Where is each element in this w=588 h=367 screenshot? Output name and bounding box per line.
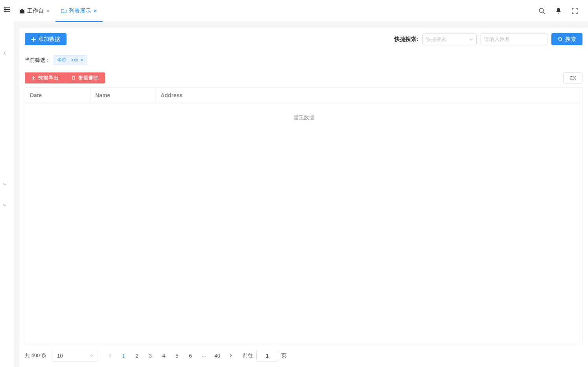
table-empty-state: 暂无数据 [25,103,582,344]
page-number-3[interactable]: 3 [144,350,156,361]
data-table: Date Name Address [25,87,582,103]
column-header-name[interactable]: Name [91,88,156,103]
right-action-label: EX [570,75,576,81]
name-input-placeholder: 请输入姓名 [484,36,510,43]
sidebar-chevron-2[interactable] [3,182,7,186]
action-row: 数据导出 批量删除 EX [19,69,588,83]
page-size-select[interactable]: 10 [53,350,98,361]
tab-label: 列表展示 [69,7,91,15]
page-number-4[interactable]: 4 [158,350,170,361]
content-panel: 添加数据 快捷搜索: 快捷搜索 请输入姓名 搜索 [19,28,588,367]
header-right [538,0,588,22]
tabs-bar: 工作台 ✕ 列表展示 ✕ [14,0,103,22]
fullscreen-icon [572,8,578,14]
tab-label: 工作台 [27,7,44,15]
page-next[interactable] [225,350,237,361]
batch-delete-label: 批量删除 [78,74,99,82]
sidebar-toggle-button[interactable] [3,6,11,13]
search-icon [558,37,563,42]
page-ellipsis[interactable]: ··· [198,350,210,361]
chevron-down-icon [469,37,473,41]
page-number-6[interactable]: 6 [185,350,196,361]
tab-close-button[interactable]: ✕ [46,8,50,14]
sidebar-chevron-1[interactable] [3,51,7,55]
folder-icon [61,8,67,14]
toolbar: 添加数据 快捷搜索: 快捷搜索 请输入姓名 搜索 [19,28,588,51]
sidebar [0,0,14,367]
menu-collapse-icon [4,6,10,13]
notifications-button[interactable] [555,7,562,14]
jump-prefix: 前往 [243,352,253,359]
fullscreen-button[interactable] [572,8,578,14]
toolbar-right: 快捷搜索: 快捷搜索 请输入姓名 搜索 [394,33,582,45]
sidebar-chevron-3[interactable] [3,203,7,207]
quick-search-placeholder: 快捷搜索 [426,36,446,43]
chevron-down-icon [3,182,7,186]
trash-icon [71,76,76,80]
page-jump: 前往 页 [243,350,287,361]
plus-icon [31,37,36,42]
quick-search-label: 快捷搜索: [394,36,418,43]
empty-text: 暂无数据 [294,114,314,121]
column-header-address[interactable]: Address [156,88,582,103]
search-button[interactable]: 搜索 [551,33,582,45]
filter-tag-text: 名称：xxx [57,57,78,63]
home-icon [19,8,25,14]
batch-delete-button[interactable]: 批量删除 [65,72,105,83]
header: 工作台 ✕ 列表展示 ✕ [14,0,588,22]
jump-input[interactable] [256,350,278,361]
filter-tag-close[interactable]: ✕ [80,58,83,62]
bell-icon [555,7,562,14]
add-data-button[interactable]: 添加数据 [25,33,67,45]
page-size-value: 10 [57,353,63,359]
filter-tag[interactable]: 名称：xxx ✕ [54,55,87,65]
search-icon [538,7,545,14]
quick-search-select[interactable]: 快捷搜索 [422,33,477,45]
chevron-right-icon [229,354,233,358]
filter-row: 当前筛选： 名称：xxx ✕ [19,51,588,69]
table-wrapper: Date Name Address 暂无数据 [19,87,588,344]
download-icon [31,76,36,80]
page-prev[interactable] [104,350,116,361]
column-header-date[interactable]: Date [25,88,91,103]
global-search-button[interactable] [538,7,545,14]
name-input[interactable]: 请输入姓名 [481,33,547,45]
right-action-button[interactable]: EX [563,72,582,83]
tab-close-button[interactable]: ✕ [93,8,97,14]
page-number-1[interactable]: 1 [118,350,129,361]
chevron-left-icon [108,354,112,358]
pagination: 共 400 条 10 1 2 3 4 5 6 [19,344,588,367]
svg-point-0 [539,8,544,13]
filter-label: 当前筛选： [25,57,50,64]
page-number-2[interactable]: 2 [131,350,143,361]
chevron-down-icon [90,354,94,358]
page-number-last[interactable]: 40 [211,350,223,361]
search-button-label: 搜索 [565,36,576,43]
export-button-label: 数据导出 [38,74,59,82]
chevron-down-icon [3,203,7,207]
page-number-5[interactable]: 5 [171,350,183,361]
pagination-total: 共 400 条 [25,352,46,359]
jump-suffix: 页 [281,352,287,359]
svg-point-1 [558,37,562,41]
tab-list-view[interactable]: 列表展示 ✕ [55,0,103,22]
pager: 1 2 3 4 5 6 ··· 40 [104,350,237,361]
add-button-label: 添加数据 [38,36,60,43]
export-button[interactable]: 数据导出 [25,72,65,83]
tab-workbench[interactable]: 工作台 ✕ [14,0,55,22]
chevron-left-icon [3,51,7,55]
main-area: 工作台 ✕ 列表展示 ✕ [14,0,588,367]
